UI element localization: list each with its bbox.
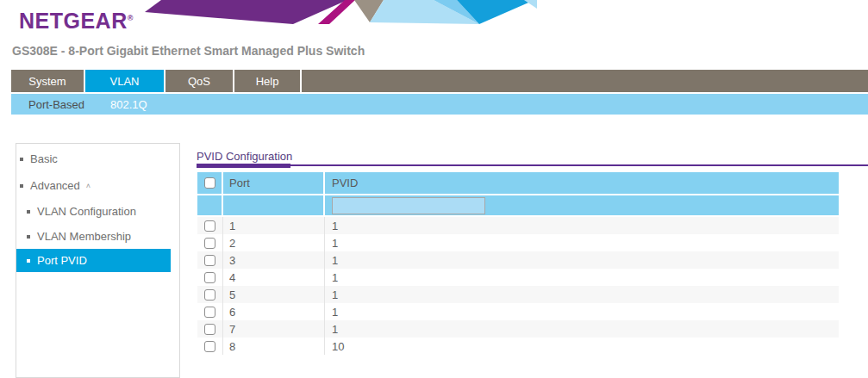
pvid-filter-input[interactable] (332, 197, 485, 214)
pvid-cell: 1 (325, 303, 839, 320)
subnav-port-based[interactable]: Port-Based (22, 98, 91, 111)
row-checkbox[interactable] (204, 220, 215, 232)
table-row: 6 1 (197, 303, 839, 320)
app-window: NETGEAR® GS308E - 8-Port Gigabit Etherne… (0, 0, 868, 378)
collapse-caret-icon: ˄ (86, 182, 91, 190)
port-cell: 8 (223, 338, 325, 355)
netgear-logo-text: NETGEAR (19, 9, 128, 33)
table-row: 2 1 (197, 234, 839, 251)
registered-mark: ® (128, 14, 134, 22)
pvid-cell: 1 (325, 320, 839, 338)
main-nav: System VLAN QoS Help (11, 70, 868, 92)
sidebar-item-label: VLAN Configuration (37, 205, 136, 218)
banner-graphic (145, 0, 537, 24)
port-cell: 6 (223, 303, 325, 320)
row-checkbox[interactable] (204, 341, 215, 352)
row-checkbox[interactable] (204, 272, 215, 283)
sidebar-item-port-pvid[interactable]: Port PVID (16, 249, 171, 272)
sidebar-item-advanced[interactable]: Advanced ˄ (20, 179, 91, 192)
netgear-logo: NETGEAR® (19, 9, 134, 34)
row-checkbox[interactable] (204, 255, 215, 266)
table-header-row: Port PVID (197, 172, 839, 194)
tab-vlan[interactable]: VLAN (85, 70, 165, 92)
filter-pvid-cell (325, 195, 839, 215)
tab-system[interactable]: System (11, 70, 85, 92)
sidebar-item-vlan-membership[interactable]: VLAN Membership (27, 230, 131, 243)
table-filter-row (197, 195, 839, 215)
bullet-icon (27, 259, 30, 263)
port-cell: 5 (223, 286, 325, 303)
pvid-cell: 1 (325, 251, 839, 269)
title-underline (197, 164, 868, 166)
sidebar-item-label: Basic (30, 152, 58, 165)
table-row: 1 1 (197, 217, 839, 234)
port-cell: 1 (223, 217, 325, 234)
port-cell: 3 (223, 251, 325, 269)
pvid-cell: 10 (325, 338, 839, 355)
table-row: 3 1 (197, 251, 839, 269)
sub-nav: Port-Based 802.1Q (11, 94, 868, 115)
row-checkbox[interactable] (204, 307, 215, 318)
table-row: 4 1 (197, 269, 839, 286)
port-cell: 4 (223, 269, 325, 286)
header-checkbox-cell (197, 172, 223, 194)
pvid-cell: 1 (325, 286, 839, 303)
subnav-8021q[interactable]: 802.1Q (103, 98, 154, 111)
table-row: 5 1 (197, 286, 839, 303)
row-checkbox[interactable] (204, 324, 215, 335)
tab-qos[interactable]: QoS (165, 70, 234, 92)
pvid-cell: 1 (325, 269, 839, 286)
port-cell: 2 (223, 234, 325, 251)
sidebar-item-basic[interactable]: Basic (20, 152, 58, 165)
sidebar-item-label: Advanced (30, 179, 80, 192)
filter-port-cell (223, 195, 325, 215)
pvid-cell: 1 (325, 234, 839, 251)
title-underline-accent (197, 164, 290, 168)
sidebar-item-label: Port PVID (37, 254, 87, 267)
column-header-port: Port (223, 172, 325, 194)
pvid-cell: 1 (325, 217, 839, 234)
row-checkbox[interactable] (204, 289, 215, 301)
table-row: 7 1 (197, 320, 839, 338)
bullet-icon (20, 158, 23, 161)
row-checkbox[interactable] (204, 238, 215, 249)
device-title: GS308E - 8-Port Gigabit Ethernet Smart M… (12, 44, 365, 58)
table-row: 8 10 (197, 338, 839, 355)
sidebar: Basic Advanced ˄ VLAN Configuration VLAN… (16, 143, 180, 378)
tab-help[interactable]: Help (234, 70, 302, 92)
port-cell: 7 (223, 320, 325, 338)
select-all-checkbox[interactable] (204, 177, 215, 189)
sidebar-item-vlan-configuration[interactable]: VLAN Configuration (27, 205, 136, 218)
column-header-pvid: PVID (325, 172, 839, 194)
bullet-icon (20, 184, 23, 188)
bullet-icon (27, 235, 30, 239)
filter-checkbox-cell (197, 195, 223, 215)
sidebar-item-label: VLAN Membership (37, 230, 131, 243)
bullet-icon (27, 210, 30, 214)
pvid-table: Port PVID 1 1 2 1 3 1 4 1 (197, 172, 839, 355)
page-title: PVID Configuration (197, 150, 292, 163)
